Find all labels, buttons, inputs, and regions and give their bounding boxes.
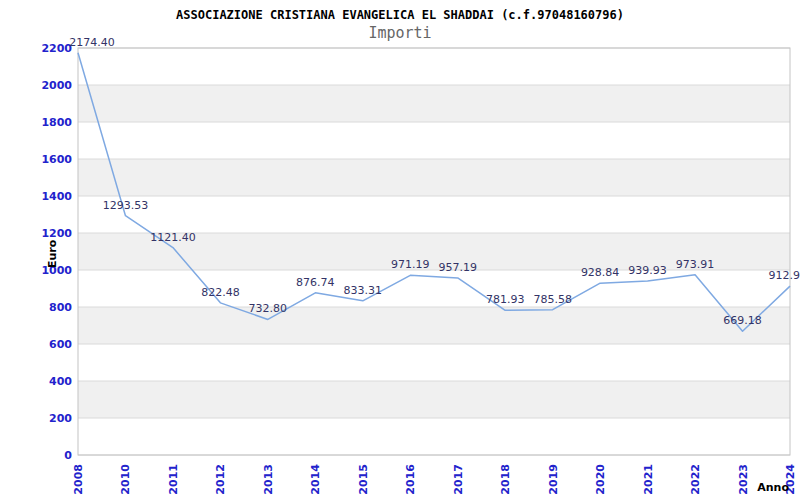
y-tick-label: 800 — [49, 301, 72, 314]
y-tick-label: 1600 — [41, 153, 72, 166]
line-chart: 0200400600800100012001400160018002000220… — [0, 0, 800, 500]
plot-area: 0200400600800100012001400160018002000220… — [41, 36, 800, 495]
point-label: 971.19 — [391, 258, 430, 271]
point-label: 822.48 — [201, 286, 240, 299]
x-tick-label: 2022 — [689, 464, 702, 495]
x-tick-label: 2008 — [72, 464, 85, 495]
x-tick-label: 2016 — [404, 464, 417, 495]
point-label: 732.80 — [249, 302, 288, 315]
x-axis-title: Anno — [757, 481, 789, 494]
x-tick-label: 2019 — [547, 464, 560, 495]
x-tick-label: 2017 — [452, 464, 465, 495]
band — [78, 85, 790, 122]
x-tick-label: 2023 — [737, 464, 750, 495]
band — [78, 381, 790, 418]
point-label: 928.84 — [581, 266, 620, 279]
point-label: 912.9 — [769, 269, 800, 282]
point-label: 669.18 — [723, 314, 762, 327]
point-label: 957.19 — [438, 261, 477, 274]
point-label: 785.58 — [533, 293, 572, 306]
point-label: 2174.40 — [69, 36, 115, 49]
chart-page: ASSOCIAZIONE CRISTIANA EVANGELICA EL SHA… — [0, 0, 800, 500]
band — [78, 159, 790, 196]
point-label: 833.31 — [344, 284, 383, 297]
point-label: 939.93 — [628, 264, 667, 277]
point-label: 1293.53 — [103, 199, 149, 212]
y-tick-label: 600 — [49, 338, 72, 351]
point-label: 1121.40 — [150, 231, 196, 244]
band — [78, 307, 790, 344]
x-tick-label: 2015 — [357, 464, 370, 495]
point-label: 781.93 — [486, 293, 525, 306]
x-tick-label: 2014 — [309, 464, 322, 495]
y-axis-title: Euro — [46, 239, 59, 268]
y-tick-label: 1400 — [41, 190, 72, 203]
y-tick-label: 1800 — [41, 116, 72, 129]
x-tick-label: 2018 — [499, 464, 512, 495]
y-tick-label: 200 — [49, 412, 72, 425]
y-tick-label: 2000 — [41, 79, 72, 92]
x-tick-label: 2011 — [167, 464, 180, 495]
y-tick-label: 1200 — [41, 227, 72, 240]
x-tick-label: 2013 — [262, 464, 275, 495]
x-tick-label: 2020 — [594, 464, 607, 495]
x-tick-label: 2010 — [119, 464, 132, 495]
point-label: 973.91 — [676, 258, 715, 271]
y-tick-label: 0 — [64, 449, 72, 462]
x-tick-label: 2012 — [214, 464, 227, 495]
y-tick-label: 400 — [49, 375, 72, 388]
y-tick-label: 2200 — [41, 42, 72, 55]
point-label: 876.74 — [296, 276, 335, 289]
x-tick-label: 2021 — [642, 464, 655, 495]
